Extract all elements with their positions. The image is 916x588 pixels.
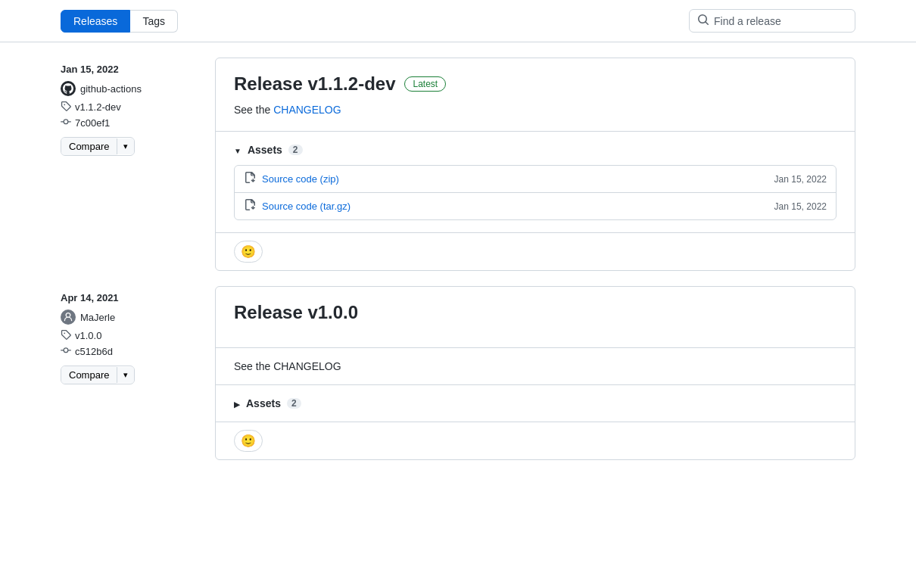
targz-icon (244, 199, 256, 213)
compare-button-group-v100: Compare ▾ (61, 366, 135, 384)
changelog-link[interactable]: CHANGELOG (273, 104, 341, 116)
release-date: Jan 15, 2022 (61, 64, 197, 75)
asset-zip-date: Jan 15, 2022 (774, 174, 827, 185)
commit-value: 7c00ef1 (75, 117, 110, 129)
tab-group: Releases Tags (61, 10, 178, 33)
release-commit: c512b6d (61, 345, 197, 358)
compare-button[interactable]: Compare (61, 138, 117, 155)
release-commit: 7c00ef1 (61, 117, 197, 129)
emoji-section: 🙂 (216, 233, 855, 270)
asset-targz-link[interactable]: Source code (tar.gz) (244, 199, 351, 213)
compare-button-v100[interactable]: Compare (61, 366, 117, 384)
commit-value: c512b6d (75, 346, 113, 357)
assets-section: Assets 2 Source code (zip) (216, 132, 855, 233)
release-row-v1.0.0: Apr 14, 2021 MaJerle v1.0.0 (61, 286, 855, 460)
description-text: See the CHANGELOG (234, 360, 341, 372)
username: github-actions (80, 83, 142, 95)
emoji-react-button-v100[interactable]: 🙂 (234, 430, 263, 452)
release-meta-v1.1.2-dev: Jan 15, 2022 github-actions v1.1.2-dev (61, 58, 197, 271)
release-v100-description: See the CHANGELOG (216, 348, 855, 385)
release-title: Release v1.1.2-dev (234, 73, 395, 95)
tag-value: v1.0.0 (75, 330, 101, 341)
tag-value: v1.1.2-dev (75, 101, 121, 113)
assets-toggle-v100[interactable]: Assets 2 (234, 397, 837, 409)
search-icon (697, 14, 709, 28)
username: MaJerle (80, 312, 115, 323)
tag-icon (61, 329, 71, 342)
release-title-row: Release v1.0.0 (234, 302, 837, 323)
chevron-right-icon (234, 397, 240, 409)
release-row: Jan 15, 2022 github-actions v1.1.2-dev (61, 58, 855, 271)
emoji-react-button[interactable]: 🙂 (234, 241, 263, 263)
assets-label: Assets (248, 144, 282, 156)
emoji-section-v100: 🙂 (216, 422, 855, 459)
content: Jan 15, 2022 github-actions v1.1.2-dev (0, 42, 916, 490)
commit-icon (61, 345, 71, 358)
assets-label: Assets (246, 397, 281, 409)
compare-dropdown-arrow-v100[interactable]: ▾ (117, 367, 134, 383)
release-description: See the CHANGELOG (234, 104, 837, 116)
avatar (61, 81, 76, 96)
zip-icon (244, 172, 256, 186)
compare-dropdown-arrow[interactable]: ▾ (117, 138, 134, 154)
asset-zip-label: Source code (zip) (262, 173, 339, 185)
tag-icon (61, 101, 71, 114)
compare-button-group: Compare ▾ (61, 137, 135, 156)
release-card-header: Release v1.1.2-dev Latest See the CHANGE… (216, 58, 855, 132)
release-title: Release v1.0.0 (234, 302, 358, 323)
assets-collapsed-section: Assets 2 (216, 385, 855, 422)
avatar (61, 310, 76, 325)
release-meta-v1.0.0: Apr 14, 2021 MaJerle v1.0.0 (61, 286, 197, 460)
assets-count: 2 (287, 398, 301, 409)
tab-tags[interactable]: Tags (130, 10, 178, 33)
asset-item: Source code (zip) Jan 15, 2022 (235, 166, 836, 193)
asset-item: Source code (tar.gz) Jan 15, 2022 (235, 193, 836, 219)
assets-toggle[interactable]: Assets 2 (234, 144, 837, 156)
release-tag: v1.1.2-dev (61, 101, 197, 114)
chevron-down-icon (234, 144, 241, 156)
asset-targz-label: Source code (tar.gz) (262, 201, 351, 212)
release-tag: v1.0.0 (61, 329, 197, 342)
asset-zip-link[interactable]: Source code (zip) (244, 172, 339, 186)
release-user: github-actions (61, 81, 197, 96)
release-card-v1.1.2-dev: Release v1.1.2-dev Latest See the CHANGE… (215, 58, 855, 271)
description-text: See the (234, 104, 273, 116)
release-card-v1.0.0: Release v1.0.0 See the CHANGELOG Assets … (215, 286, 855, 460)
release-title-row: Release v1.1.2-dev Latest (234, 73, 837, 95)
assets-list: Source code (zip) Jan 15, 2022 Source co… (234, 165, 837, 220)
assets-count: 2 (288, 145, 303, 155)
release-date: Apr 14, 2021 (61, 292, 197, 303)
tab-releases[interactable]: Releases (61, 10, 130, 33)
asset-targz-date: Jan 15, 2022 (774, 201, 827, 212)
search-box (689, 9, 855, 33)
release-user: MaJerle (61, 310, 197, 325)
latest-badge: Latest (404, 76, 446, 92)
top-bar: Releases Tags (0, 0, 916, 42)
commit-icon (61, 117, 71, 129)
search-input[interactable] (714, 15, 847, 27)
release-card-header-v100: Release v1.0.0 (216, 287, 855, 348)
